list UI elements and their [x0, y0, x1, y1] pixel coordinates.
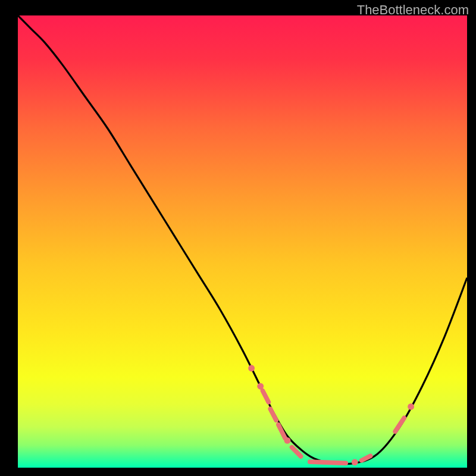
watermark-text: TheBottleneck.com [357, 2, 469, 18]
bottleneck-curve [18, 15, 467, 468]
chart-container: TheBottleneck.com [0, 0, 476, 476]
svg-point-1 [248, 365, 255, 371]
svg-point-12 [408, 403, 414, 410]
svg-line-8 [310, 462, 346, 463]
plot-area [18, 15, 467, 468]
svg-line-4 [270, 409, 276, 420]
svg-line-3 [262, 391, 268, 402]
svg-line-11 [395, 418, 404, 431]
svg-point-9 [352, 459, 358, 465]
curve-markers [248, 365, 414, 465]
svg-line-5 [278, 425, 285, 439]
svg-point-6 [284, 437, 291, 444]
